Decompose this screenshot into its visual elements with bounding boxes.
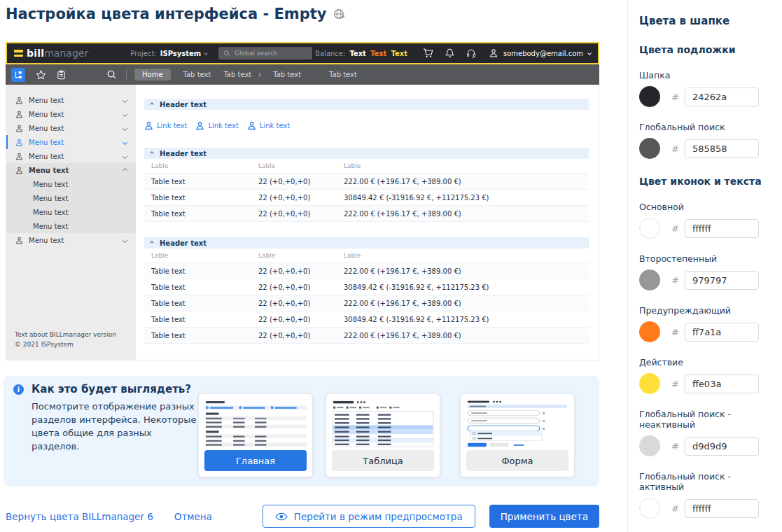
menu-item-active[interactable]: Menu text	[6, 135, 136, 149]
color-swatch[interactable]	[639, 218, 660, 239]
hex-input-secondary[interactable]	[685, 271, 759, 290]
card-button-table[interactable]: Таблица	[332, 450, 434, 471]
version-info: Text about BILLmanager version © 2021 IS…	[6, 330, 136, 360]
table-cell: Table text	[144, 316, 258, 323]
menu-subitem[interactable]: Menu text	[6, 191, 136, 205]
color-swatch[interactable]	[639, 86, 660, 107]
apply-colors-button[interactable]: Применить цвета	[489, 505, 599, 528]
sidebar-title: Цвета в шапке	[639, 15, 775, 27]
account-email: somebody@email.com	[503, 50, 583, 57]
color-swatch[interactable]	[639, 435, 660, 456]
hex-input-primary[interactable]	[685, 219, 759, 238]
balance-block: Balance: Text Text Text	[315, 50, 407, 57]
color-field: #	[639, 218, 775, 239]
revert-colors-link[interactable]: Вернуть цвета BILLmanager 6	[6, 511, 153, 522]
toolbar-search-icon[interactable]	[106, 69, 117, 80]
home-thumbnail	[204, 400, 307, 447]
menu-item[interactable]: Menu text	[6, 233, 136, 247]
menu-item[interactable]: Menu text	[6, 93, 136, 107]
tab-home[interactable]: Home	[134, 69, 171, 80]
field-label: Глобальный поиск - неактивный	[639, 409, 775, 430]
page-title: Настройка цвета интерфейса - Empty	[6, 6, 326, 22]
menu-toggle-button[interactable]	[11, 68, 25, 82]
menu-item-label: Menu text	[29, 237, 64, 244]
bell-icon[interactable]	[445, 48, 454, 58]
table-header-row: Lable Lable Lable	[144, 159, 589, 174]
support-headset-icon[interactable]	[466, 48, 476, 58]
column-header: Lable	[144, 162, 258, 169]
menu-item[interactable]: Menu text	[6, 107, 136, 121]
card-button-home[interactable]: Главная	[204, 450, 307, 471]
color-swatch[interactable]	[639, 270, 660, 290]
favorites-star-icon[interactable]	[36, 70, 46, 80]
link-item[interactable]: Link text	[144, 121, 187, 130]
column-header: Lable	[258, 252, 344, 259]
menu-item-label: Menu text	[29, 111, 64, 118]
color-swatch[interactable]	[639, 321, 660, 342]
account-menu[interactable]: somebody@email.com	[489, 48, 591, 58]
menu-subitem[interactable]: Menu text	[6, 177, 136, 191]
preview-card-home: Главная	[198, 393, 313, 477]
global-search-input[interactable]: Global search	[218, 47, 312, 59]
section-header[interactable]: Header text	[144, 237, 589, 248]
footer-actions: Вернуть цвета BILLmanager 6 Отмена Перей…	[6, 505, 599, 528]
color-swatch[interactable]	[639, 373, 660, 394]
table-cell: 22 (+0,+0,+0)	[258, 194, 344, 202]
menu-item[interactable]: Menu text	[6, 149, 136, 163]
person-icon	[247, 121, 256, 130]
how-it-looks-panel: i Как это будет выглядеть? Посмотрите от…	[4, 376, 599, 486]
table-row: Table text 22 (+0,+0,+0) 30849.42 € (-31…	[144, 312, 589, 328]
preview-mode-button[interactable]: Перейти в режим предпросмотра	[263, 505, 475, 528]
table-cell: 30849.42 € (-31916.92 €, +112175.23 €)	[344, 284, 589, 291]
hex-input-header[interactable]	[685, 88, 759, 106]
link-item[interactable]: Link text	[247, 121, 290, 130]
link-item[interactable]: Link text	[195, 121, 238, 130]
color-field: #	[639, 86, 775, 107]
table-cell: 222.00 € (+196.17 €, +389.00 €)	[344, 178, 589, 186]
preview-header-selected[interactable]: billmanager Project: ISPsystem Global se…	[6, 42, 599, 64]
table-row: Table text 22 (+0,+0,+0) 222.00 € (+196.…	[144, 174, 589, 190]
section-header[interactable]: Header text	[144, 148, 589, 159]
section-header[interactable]: Header text	[144, 99, 589, 110]
cart-icon[interactable]	[423, 48, 433, 58]
person-icon	[15, 167, 23, 174]
version-line: Text about BILLmanager version	[15, 330, 127, 340]
toolbar-divider	[126, 69, 127, 80]
hex-input-search-active[interactable]	[685, 499, 759, 518]
person-icon	[144, 121, 153, 130]
color-swatch[interactable]	[639, 138, 660, 159]
logo-light-text: manager	[44, 48, 88, 59]
globe-edit-icon[interactable]	[333, 8, 346, 20]
hex-input-warning[interactable]	[685, 323, 759, 342]
balance-primary: Text	[349, 50, 366, 57]
clipboard-icon[interactable]	[57, 70, 66, 80]
person-icon	[15, 153, 23, 160]
menu-subitem[interactable]: Menu text	[6, 219, 136, 233]
menu-item-expanded[interactable]: Menu text	[6, 163, 136, 177]
table-cell: 222.00 € (+196.17 €, +389.00 €)	[344, 332, 589, 340]
hex-input-global-search[interactable]	[685, 139, 759, 158]
menu-item[interactable]: Menu text	[6, 121, 136, 135]
person-icon	[15, 97, 23, 104]
hex-input-action[interactable]	[685, 374, 759, 393]
tab-text-1[interactable]: Tab text	[183, 71, 211, 78]
chevron-up-icon	[150, 102, 154, 106]
card-button-form[interactable]: Форма	[466, 450, 568, 471]
tab-text-3[interactable]: Tab text	[273, 71, 301, 78]
person-icon	[15, 125, 23, 132]
table-cell: Table text	[144, 210, 258, 218]
menu-subitem[interactable]: Menu text	[6, 205, 136, 219]
project-selector[interactable]: Project: ISPsystem	[130, 50, 207, 57]
tab-text-4[interactable]: Tab text	[329, 71, 357, 78]
color-field: #	[639, 373, 775, 394]
field-label: Глобальный поиск	[639, 122, 775, 132]
logo-equals-icon	[14, 50, 23, 57]
color-swatch[interactable]	[639, 498, 660, 519]
preview-side-menu: Menu text Menu text Menu text Menu text	[6, 85, 136, 360]
table-cell: 30849.42 € (-31916.92 €, +112175.23 €)	[344, 316, 589, 323]
table-row: Table text 22 (+0,+0,+0) 222.00 € (+196.…	[144, 206, 589, 222]
table-cell: 22 (+0,+0,+0)	[258, 300, 344, 307]
hex-input-search-inactive[interactable]	[685, 437, 759, 456]
tab-text-2[interactable]: Tab text	[223, 71, 251, 78]
cancel-link[interactable]: Отмена	[174, 511, 212, 522]
